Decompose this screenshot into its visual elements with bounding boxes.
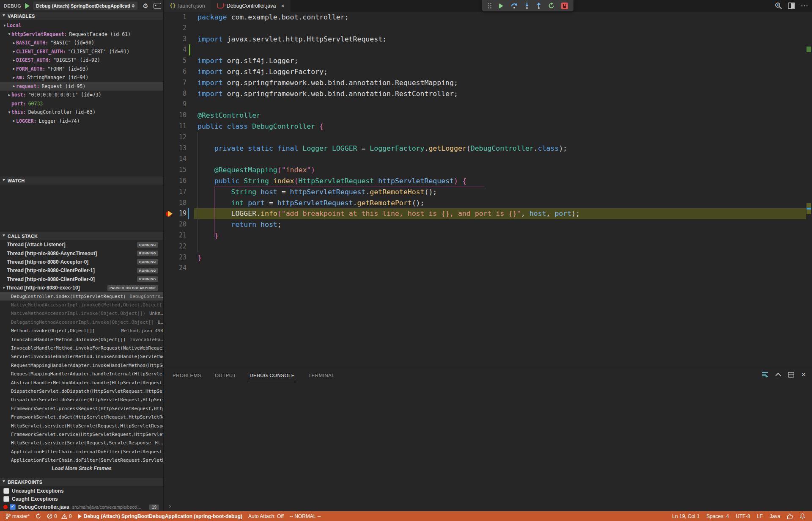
maximize-panel-icon[interactable] (775, 373, 781, 376)
variable-row[interactable]: ▼httpServletRequest:RequestFacade (id=61… (0, 30, 163, 39)
stack-frame-row[interactable]: ApplicationFilterChain.internalDoFilter(… (0, 447, 163, 456)
stack-frame-row[interactable]: InvocableHandlerMethod.invokeForRequest(… (0, 344, 163, 352)
breakpoint-row[interactable]: Caught Exceptions (0, 495, 163, 503)
line-number[interactable]: 7 (164, 77, 187, 88)
stack-frame-row[interactable]: DispatcherServlet.doDispatch(HttpServlet… (0, 387, 163, 395)
tab-terminal[interactable]: TERMINAL (308, 369, 335, 382)
line-number[interactable]: 18 (164, 198, 187, 209)
breakpoints-section-header[interactable]: BREAKPOINTS (0, 478, 163, 486)
line-number[interactable]: 2 (164, 23, 187, 34)
line-number[interactable]: 3 (164, 34, 187, 45)
line-number[interactable]: 12 (164, 132, 187, 143)
auto-attach-item[interactable]: Auto Attach: Off (248, 513, 284, 519)
breakpoint-checkbox[interactable] (3, 488, 9, 494)
git-branch-item[interactable]: master* (6, 513, 30, 519)
watch-section-header[interactable]: WATCH (0, 176, 163, 185)
tab-output[interactable]: OUTPUT (214, 369, 236, 382)
variable-row[interactable]: ▶DIGEST_AUTH:"DIGEST" (id=92) (0, 56, 163, 65)
tree-caret-icon[interactable]: ▶ (12, 41, 16, 45)
language-mode-item[interactable]: Java (770, 513, 780, 519)
debug-session-item[interactable]: Debug (Attach) SpringBootDebugApplicatio… (78, 513, 242, 519)
variable-row[interactable]: port:60733 (0, 99, 163, 108)
stack-frame-row[interactable]: NativeMethodAccessorImpl.invoke(Object,O… (0, 309, 163, 318)
debug-console-toggle-icon[interactable] (154, 3, 161, 9)
line-number[interactable]: 16 (164, 176, 187, 187)
line-number[interactable]: 21 (164, 230, 187, 241)
stack-frame-row[interactable]: DispatcherServlet.doService(HttpServletR… (0, 396, 163, 404)
search-icon[interactable] (775, 2, 782, 9)
continue-button[interactable] (498, 3, 504, 9)
gear-icon[interactable]: ⚙ (143, 3, 148, 9)
line-number[interactable]: 9 (164, 99, 187, 110)
line-number[interactable]: 15 (164, 165, 187, 176)
stack-frame-row[interactable]: DebugController.index(HttpServletRequest… (0, 292, 163, 300)
variable-row[interactable]: ▶FORM_AUTH:"FORM" (id=93) (0, 65, 163, 74)
breakpoint-row[interactable]: DebugController.javasrc/main/java/com/ex… (0, 503, 163, 511)
stack-frame-row[interactable]: RequestMappingHandlerAdapter.invokeHandl… (0, 361, 163, 369)
tree-caret-icon[interactable]: ▶ (12, 84, 16, 88)
stack-frame-row[interactable]: AbstractHandlerMethodAdapter.handle(Http… (0, 378, 163, 387)
close-tab-icon[interactable]: × (281, 3, 284, 9)
call-stack-section-header[interactable]: CALL STACK (0, 232, 163, 240)
stack-frame-row[interactable]: FrameworkServlet.processRequest(HttpServ… (0, 404, 163, 413)
tree-caret-icon[interactable]: ▼ (7, 32, 11, 36)
line-number[interactable]: 14 (164, 154, 187, 165)
line-number[interactable]: 13 (164, 143, 187, 154)
stack-frame-row[interactable]: ServletInvocableHandlerMethod.invokeAndH… (0, 353, 163, 361)
tree-caret-icon[interactable]: ▶ (12, 67, 16, 71)
line-number[interactable]: 4 (164, 44, 187, 55)
stack-frame-row[interactable]: RequestMappingHandlerAdapter.handleInter… (0, 370, 163, 378)
stack-frame-row[interactable]: InvocableHandlerMethod.doInvoke(Object[]… (0, 335, 163, 344)
stack-frame-row[interactable]: FrameworkServlet.doGet(HttpServletReques… (0, 413, 163, 421)
disconnect-button[interactable] (561, 3, 568, 9)
tab-launch-json[interactable]: {} launch.json (164, 0, 211, 12)
breakpoint-row[interactable]: Uncaught Exceptions (0, 487, 163, 495)
step-into-button[interactable] (524, 3, 529, 9)
thread-row[interactable]: Thread [Attach Listener]RUNNING (0, 240, 163, 249)
split-editor-icon[interactable] (788, 3, 795, 9)
thread-row[interactable]: Thread [http-nio-8080-ClientPoller-0]RUN… (0, 275, 163, 284)
tree-caret-icon[interactable]: ▶ (12, 58, 16, 62)
close-panel-icon[interactable]: ✕ (801, 372, 806, 378)
tree-caret-icon[interactable]: ▶ (12, 76, 16, 80)
line-number[interactable]: 11 (164, 121, 187, 132)
tree-caret-icon[interactable]: ▼ (3, 24, 7, 28)
start-debug-icon[interactable] (25, 3, 30, 9)
line-number[interactable]: 17 (164, 187, 187, 198)
stack-frame-row[interactable]: ApplicationFilterChain.doFilter(ServletR… (0, 456, 163, 464)
tree-caret-icon[interactable]: ▼ (2, 286, 6, 290)
line-number[interactable]: 22 (164, 241, 187, 252)
variables-section-header[interactable]: VARIABLES (0, 12, 163, 20)
sync-button[interactable] (36, 513, 41, 519)
cursor-position-item[interactable]: Ln 19, Col 1 (672, 513, 700, 519)
console-input-prompt[interactable]: › (168, 502, 172, 510)
variable-row[interactable]: ▶CLIENT_CERT_AUTH:"CLIENT_CERT" (id=91) (0, 47, 163, 56)
breakpoint-checkbox[interactable] (10, 504, 16, 510)
line-number[interactable]: 1 (164, 12, 187, 23)
tab-problems[interactable]: PROBLEMS (172, 369, 202, 382)
line-number[interactable]: 19 (164, 208, 187, 219)
code-editor[interactable]: 1package com.example.boot.controller;23i… (164, 12, 812, 368)
tab-debug-console[interactable]: DEBUG CONSOLE (249, 369, 295, 382)
console-filter-icon[interactable] (762, 372, 768, 378)
variable-row[interactable]: ▶BASIC_AUTH:"BASIC" (id=90) (0, 39, 163, 47)
tree-caret-icon[interactable]: ▶ (12, 50, 16, 53)
launch-config-dropdown[interactable]: Debug (Attach) SpringBootDebugApplicatio… (33, 1, 138, 10)
thread-row[interactable]: ▼Thread [http-nio-8080-exec-10]PAUSED ON… (0, 284, 163, 292)
notifications-bell-icon[interactable] (800, 513, 805, 519)
toolbar-drag-handle[interactable] (488, 3, 491, 8)
tree-caret-icon[interactable]: ▼ (7, 110, 11, 114)
tree-caret-icon[interactable]: ▶ (7, 93, 11, 97)
thread-row[interactable]: Thread [http-nio-8080-AsyncTimeout]RUNNI… (0, 249, 163, 257)
eol-item[interactable]: LF (757, 513, 763, 519)
line-number[interactable]: 20 (164, 219, 187, 230)
line-number[interactable]: 24 (164, 263, 187, 274)
stack-frame-row[interactable]: HttpServlet.service(HttpServletRequest,H… (0, 422, 163, 430)
variable-row[interactable]: ▶request:Request (id=95) (0, 82, 163, 91)
thread-row[interactable]: Thread [http-nio-8080-Acceptor-0]RUNNING (0, 258, 163, 266)
variable-row[interactable]: ▶LOGGER:Logger (id=74) (0, 117, 163, 126)
variable-row[interactable]: ▶sm:StringManager (id=94) (0, 73, 163, 82)
stack-frame-row[interactable]: HttpServlet.service(ServletRequest,Servl… (0, 439, 163, 447)
variable-row[interactable]: ▼Local (0, 21, 163, 30)
line-number[interactable]: 6 (164, 66, 187, 77)
